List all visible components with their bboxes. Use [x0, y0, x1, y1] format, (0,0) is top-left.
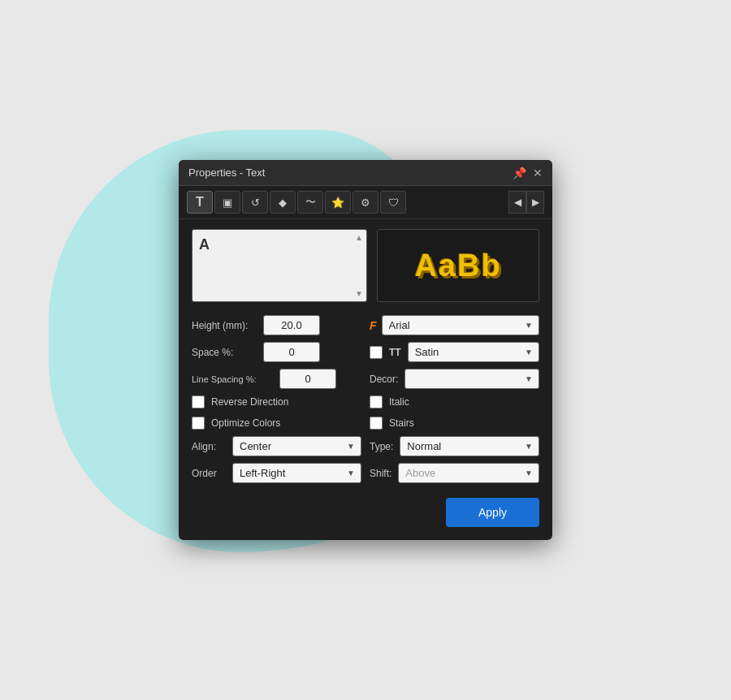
font-row: F Arial Times New Roman Helvetica ▼ — [370, 315, 539, 335]
reverse-direction-checkbox[interactable] — [192, 395, 205, 408]
decor-label: Decor: — [370, 374, 398, 385]
close-button[interactable]: ✕ — [533, 167, 543, 179]
shift-label: Shift: — [370, 468, 391, 479]
linespacing-decor-row: Line Spacing %: Decor: Option 1 ▼ — [192, 369, 539, 389]
scroll-arrows: ▲ ▼ — [355, 233, 363, 298]
checkboxes-row: Reverse Direction Italic Optimize Colors… — [192, 395, 539, 430]
order-shift-row: Order Left-Right Right-Left ▼ Shift: Abo… — [192, 463, 539, 483]
text-input-area[interactable]: A ▲ ▼ — [192, 229, 367, 302]
align-type-row: Align: Left Center Right ▼ Type: Normal … — [192, 436, 539, 456]
height-label: Height (mm): — [192, 320, 257, 331]
order-select[interactable]: Left-Right Right-Left — [232, 463, 361, 483]
optimize-colors-label: Optimize Colors — [211, 417, 280, 429]
optimize-colors-row: Optimize Colors — [192, 417, 361, 430]
optimize-colors-checkbox[interactable] — [192, 417, 205, 430]
order-select-wrapper: Left-Right Right-Left ▼ — [232, 463, 361, 483]
stairs-row: Stairs — [370, 417, 539, 430]
title-bar: Properties - Text 📌 ✕ — [179, 160, 552, 186]
space-fill-row: Space %: TT Satin Fill Running ▼ — [192, 342, 539, 362]
align-row: Align: Left Center Right ▼ — [192, 436, 361, 456]
font-select-wrapper: Arial Times New Roman Helvetica ▼ — [382, 315, 539, 335]
height-input[interactable] — [263, 315, 320, 335]
preview-text: AaBb — [414, 248, 501, 283]
text-tool-button[interactable]: T — [187, 191, 213, 214]
fill-row: TT Satin Fill Running ▼ — [370, 342, 539, 362]
font-f-label: F — [370, 319, 377, 332]
decor-select[interactable]: Option 1 — [404, 369, 539, 389]
type-label: Type: — [370, 441, 393, 452]
fill-select-wrapper: Satin Fill Running ▼ — [408, 342, 539, 362]
fill-tool-button[interactable]: ▣ — [214, 191, 240, 214]
toolbar: T ▣ ↺ ◆ 〜 ⭐ ⚙ 🛡 ◀ ▶ — [179, 186, 552, 219]
shift-row: Shift: Above Below On ▼ — [370, 463, 539, 483]
italic-row: Italic — [370, 395, 539, 408]
toolbar-nav: ◀ ▶ — [508, 191, 544, 214]
reverse-direction-row: Reverse Direction — [192, 395, 361, 408]
line-spacing-row: Line Spacing %: — [192, 369, 361, 389]
space-input[interactable] — [263, 342, 320, 362]
shift-select[interactable]: Above Below On — [398, 463, 539, 483]
shift-select-wrapper: Above Below On ▼ — [398, 463, 539, 483]
text-input-display: A — [199, 236, 360, 253]
shield-tool-button[interactable]: 🛡 — [380, 191, 406, 214]
title-bar-left: Properties - Text — [188, 166, 265, 179]
title-bar-right: 📌 ✕ — [513, 167, 543, 179]
height-row: Height (mm): — [192, 315, 361, 335]
scroll-up-arrow[interactable]: ▲ — [355, 233, 363, 242]
wave-tool-button[interactable]: 〜 — [297, 191, 323, 214]
reverse-direction-label: Reverse Direction — [211, 396, 288, 408]
order-row: Order Left-Right Right-Left ▼ — [192, 463, 361, 483]
font-preview-box: AaBb — [377, 229, 539, 302]
shape-tool-button[interactable]: ◆ — [270, 191, 296, 214]
space-row: Space %: — [192, 342, 361, 362]
stairs-label: Stairs — [389, 417, 414, 429]
scroll-down-arrow[interactable]: ▼ — [355, 289, 363, 298]
apply-row: Apply — [192, 490, 539, 527]
properties-panel: Properties - Text 📌 ✕ T ▣ ↺ ◆ 〜 ⭐ ⚙ 🛡 ◀ … — [179, 160, 552, 540]
height-font-row: Height (mm): F Arial Times New Roman Hel… — [192, 315, 539, 335]
type-select[interactable]: Normal Arc Circle — [400, 436, 539, 456]
fill-select[interactable]: Satin Fill Running — [408, 342, 539, 362]
line-spacing-input[interactable] — [279, 369, 336, 389]
align-select-wrapper: Left Center Right ▼ — [232, 436, 361, 456]
space-label: Space %: — [192, 347, 257, 358]
tt-checkbox[interactable] — [370, 346, 383, 359]
nav-prev-button[interactable]: ◀ — [508, 191, 526, 214]
font-select[interactable]: Arial Times New Roman Helvetica — [382, 315, 539, 335]
stairs-checkbox[interactable] — [370, 417, 383, 430]
panel-content: A ▲ ▼ AaBb Height (mm): F Arial — [179, 219, 552, 540]
settings-tool-button[interactable]: ⚙ — [353, 191, 378, 214]
order-label: Order — [192, 468, 226, 479]
star-tool-button[interactable]: ⭐ — [325, 191, 351, 214]
align-select[interactable]: Left Center Right — [232, 436, 361, 456]
pin-button[interactable]: 📌 — [513, 167, 526, 179]
apply-button[interactable]: Apply — [446, 498, 539, 527]
decor-select-wrapper: Option 1 ▼ — [404, 369, 539, 389]
nav-next-button[interactable]: ▶ — [526, 191, 544, 214]
italic-label: Italic — [389, 396, 409, 408]
align-label: Align: — [192, 441, 226, 452]
undo-tool-button[interactable]: ↺ — [242, 191, 268, 214]
type-select-wrapper: Normal Arc Circle ▼ — [400, 436, 539, 456]
type-row: Type: Normal Arc Circle ▼ — [370, 436, 539, 456]
panel-title: Properties - Text — [188, 166, 265, 179]
line-spacing-label: Line Spacing %: — [192, 374, 273, 384]
decor-row: Decor: Option 1 ▼ — [370, 369, 539, 389]
preview-row: A ▲ ▼ AaBb — [192, 229, 539, 302]
italic-checkbox[interactable] — [370, 395, 383, 408]
tt-label: TT — [389, 347, 401, 358]
